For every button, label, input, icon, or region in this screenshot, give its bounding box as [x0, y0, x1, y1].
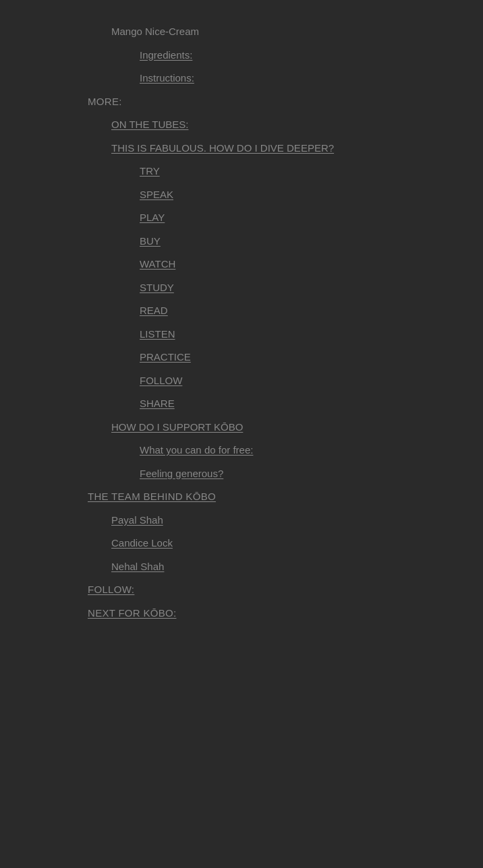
speak[interactable]: SPEAK: [0, 183, 483, 207]
payal-shah[interactable]: Payal Shah: [0, 509, 483, 532]
next-for-kobo[interactable]: NEXT FOR KŌBO:: [0, 602, 483, 625]
play[interactable]: PLAY: [0, 206, 483, 230]
instructions[interactable]: Instructions:: [0, 67, 483, 90]
feeling-generous[interactable]: Feeling generous?: [0, 462, 483, 486]
try[interactable]: TRY: [0, 160, 483, 183]
on-the-tubes[interactable]: ON THE TUBES:: [0, 113, 483, 137]
watch[interactable]: WATCH: [0, 253, 483, 276]
mango-nice-cream[interactable]: Mango Nice-Cream: [0, 20, 483, 44]
ingredients[interactable]: Ingredients:: [0, 44, 483, 67]
follow[interactable]: FOLLOW: [0, 369, 483, 393]
listen[interactable]: LISTEN: [0, 323, 483, 346]
read[interactable]: READ: [0, 299, 483, 323]
how-support[interactable]: HOW DO I SUPPORT KŌBO: [0, 416, 483, 439]
what-free[interactable]: What you can do for free:: [0, 439, 483, 462]
candice-lock[interactable]: Candice Lock: [0, 532, 483, 555]
nehal-shah[interactable]: Nehal Shah: [0, 555, 483, 579]
this-is-fabulous[interactable]: THIS IS FABULOUS. HOW DO I DIVE DEEPER?: [0, 137, 483, 160]
content-list: Mango Nice-CreamIngredients:Instructions…: [0, 13, 483, 631]
team-behind[interactable]: THE TEAM BEHIND KŌBO: [0, 485, 483, 509]
more[interactable]: MORE:: [0, 90, 483, 114]
share[interactable]: SHARE: [0, 392, 483, 416]
follow-colon[interactable]: FOLLOW:: [0, 578, 483, 602]
buy[interactable]: BUY: [0, 230, 483, 253]
study[interactable]: STUDY: [0, 276, 483, 300]
practice[interactable]: PRACTICE: [0, 346, 483, 369]
